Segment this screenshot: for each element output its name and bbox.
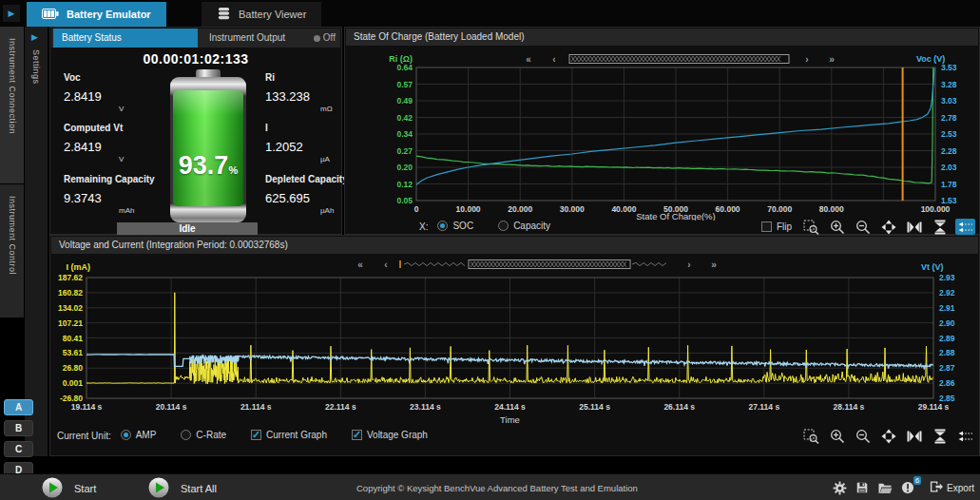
svg-text:2.87: 2.87: [939, 363, 955, 373]
expand-arrow-icon[interactable]: ▶: [31, 32, 38, 42]
box-zoom-icon[interactable]: [801, 428, 821, 444]
svg-text:22.114 s: 22.114 s: [325, 402, 356, 412]
metric-unit: V: [119, 105, 178, 113]
current-unit-radio-group: AMPC-Rate: [121, 430, 251, 442]
sidebar-item-instrument-connection[interactable]: Instrument Connection: [0, 27, 24, 183]
svg-text:Ri (Ω): Ri (Ω): [389, 54, 413, 64]
fit-all-icon[interactable]: [878, 428, 898, 444]
svg-text:40.000: 40.000: [611, 204, 636, 214]
svg-text:2.89: 2.89: [939, 334, 955, 343]
flip-checkbox[interactable]: Flip: [761, 221, 792, 232]
start-button[interactable]: Start: [42, 477, 96, 500]
svg-text:«: «: [526, 54, 531, 65]
gear-icon[interactable]: [833, 481, 847, 495]
export-icon: [929, 480, 943, 495]
track-latest-icon[interactable]: [955, 428, 975, 444]
svg-text:20.114 s: 20.114 s: [156, 402, 187, 412]
svg-text:53.61: 53.61: [63, 348, 84, 357]
battery-charge-fill: [173, 90, 243, 206]
svg-text:3.53: 3.53: [941, 63, 957, 72]
radio-indicator[interactable]: [498, 221, 509, 231]
svg-text:0.42: 0.42: [396, 113, 413, 123]
svg-text:80.000: 80.000: [819, 204, 844, 214]
tab-battery-viewer[interactable]: Battery Viewer: [202, 2, 321, 27]
tab-battery-status[interactable]: Battery Status: [53, 29, 198, 48]
cb-indicator[interactable]: [251, 430, 261, 440]
svg-text:2.53: 2.53: [941, 129, 957, 139]
svg-text:26.114 s: 26.114 s: [663, 402, 695, 412]
capacity-radio[interactable]: Capacity: [498, 221, 550, 231]
fit-vertical-icon[interactable]: [930, 219, 950, 235]
radio-indicator[interactable]: [181, 430, 191, 440]
svg-text:29.114 s: 29.114 s: [918, 402, 950, 412]
svg-text:0: 0: [414, 204, 419, 214]
svg-text:Voc (V): Voc (V): [916, 54, 945, 64]
fit-horizontal-icon[interactable]: [904, 428, 924, 444]
fit-horizontal-icon[interactable]: [904, 219, 924, 235]
svg-text:26.80: 26.80: [63, 363, 84, 373]
zoom-in-icon[interactable]: [827, 428, 847, 444]
voltage-current-panel: Voltage and Current (Integration Period:…: [49, 235, 980, 456]
svg-text:2.91: 2.91: [939, 303, 955, 313]
box-zoom-icon[interactable]: [801, 219, 821, 235]
metric-value: 2.8419: [64, 89, 178, 104]
vi-chart[interactable]: 187.622.93160.822.92134.022.91107.212.90…: [50, 254, 979, 428]
sidebar-item-instrument-control[interactable]: Instrument Control: [0, 184, 24, 317]
open-folder-icon[interactable]: [877, 482, 893, 494]
soc-chart[interactable]: 0.643.530.573.280.493.030.422.780.342.53…: [345, 47, 979, 221]
fit-all-icon[interactable]: [878, 219, 898, 235]
current-graph-cb[interactable]: Current Graph: [251, 430, 327, 440]
current-unit-label: Current Unit:: [57, 431, 111, 441]
soc-radio[interactable]: SOC: [437, 221, 473, 231]
tab-battery-emulator[interactable]: Battery Emulator: [27, 2, 166, 27]
zoom-out-icon[interactable]: [853, 219, 873, 235]
settings-collapsed-pane[interactable]: ▶ Settings: [25, 27, 48, 456]
battery-status-header: Battery Status Instrument Output Off: [51, 29, 340, 48]
zoom-out-icon[interactable]: [853, 428, 873, 444]
output-state-toggle[interactable]: Off: [314, 29, 336, 48]
c-rate-radio[interactable]: C-Rate: [181, 430, 226, 440]
svg-text:2.03: 2.03: [941, 163, 957, 172]
svg-text:134.02: 134.02: [58, 303, 83, 313]
svg-text:3.03: 3.03: [941, 96, 957, 106]
save-icon[interactable]: [855, 481, 869, 494]
export-button[interactable]: Export: [929, 480, 974, 495]
svg-text:28.114 s: 28.114 s: [834, 402, 865, 412]
channel-button-b[interactable]: B: [4, 420, 33, 436]
metric-label: Voc: [64, 72, 178, 83]
radio-indicator[interactable]: [121, 430, 131, 440]
zoom-in-icon[interactable]: [827, 219, 847, 235]
soc-scrollbar[interactable]: «‹›»: [526, 54, 835, 65]
channel-button-a[interactable]: A: [4, 399, 33, 415]
metric-label: Computed Vt: [64, 123, 178, 133]
svg-text:23.114 s: 23.114 s: [410, 402, 441, 412]
svg-text:0.05: 0.05: [396, 196, 413, 205]
radio-indicator[interactable]: [437, 221, 448, 231]
notification-badge: 6: [913, 476, 921, 485]
option-label: Capacity: [513, 221, 550, 231]
voltage-graph-cb[interactable]: Voltage Graph: [352, 430, 428, 440]
amp-radio[interactable]: AMP: [121, 430, 157, 440]
fit-vertical-icon[interactable]: [930, 428, 950, 444]
battery-icon: [42, 9, 59, 21]
metric-value: 9.3743: [64, 191, 178, 205]
state-of-charge-panel: State Of Charge (Battery Loaded Model) 0…: [344, 27, 980, 235]
cb-indicator[interactable]: [352, 430, 362, 440]
svg-text:»: »: [829, 54, 835, 65]
flip-checkbox-box[interactable]: [761, 221, 772, 232]
collapse-arrow-icon[interactable]: ▶: [3, 5, 20, 22]
run-state-badge[interactable]: Idle: [117, 222, 258, 236]
option-label: Voltage Graph: [367, 430, 428, 440]
svg-text:70.000: 70.000: [767, 204, 792, 214]
alert-icon[interactable]: 6: [901, 481, 914, 494]
start-all-button[interactable]: Start All: [148, 477, 217, 500]
track-latest-icon[interactable]: [955, 219, 975, 235]
vi-scrollbar[interactable]: «‹›»: [357, 260, 717, 270]
battery-body: [170, 77, 246, 222]
svg-text:2.93: 2.93: [939, 273, 955, 282]
option-label: SOC: [452, 221, 473, 231]
zoom-toolbar: [796, 428, 975, 444]
svg-text:2.28: 2.28: [941, 146, 957, 156]
channel-button-c[interactable]: C: [4, 441, 33, 457]
metric-voc: Voc 2.8419 V: [64, 72, 178, 113]
